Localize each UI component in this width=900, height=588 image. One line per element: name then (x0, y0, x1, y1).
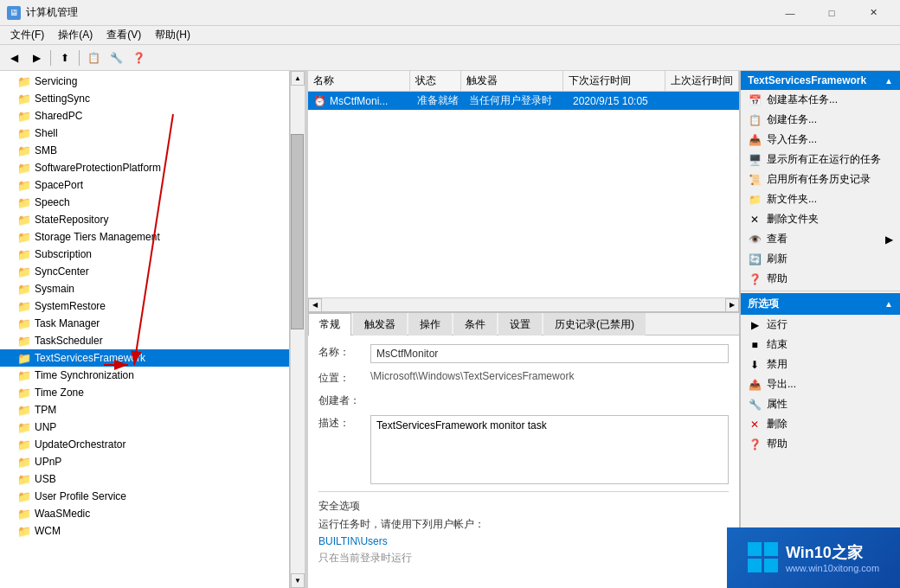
tree-item[interactable]: 📁UNP (0, 419, 289, 436)
tree-item[interactable]: 📁WCM (0, 522, 289, 540)
cell-status: 准备就绪 (412, 92, 464, 110)
right-action-帮助[interactable]: ❓ 帮助 (741, 269, 900, 289)
tab-触发器[interactable]: 触发器 (353, 313, 407, 336)
tree-item[interactable]: 📁SpacePort (0, 176, 289, 194)
center-h-scrollbar[interactable]: ◀ ▶ (308, 297, 739, 311)
collapse-arrow[interactable]: ▲ (884, 76, 893, 86)
folder-icon: 📁 (17, 144, 31, 157)
tree-item[interactable]: 📁Speech (0, 194, 289, 211)
tree-item[interactable]: 📁TPM (0, 401, 289, 419)
security-title: 安全选项 (318, 499, 729, 514)
action-icon: 📁 (748, 193, 762, 207)
name-field[interactable]: MsCtfMonitor (370, 344, 729, 363)
right-action-创建任务...[interactable]: 📋 创建任务... (741, 110, 900, 130)
scroll-down-button[interactable]: ▼ (291, 573, 305, 588)
table-row[interactable]: ⏰ MsCtfMoni... 准备就绪 当任何用户登录时 2020/9/15 1… (308, 92, 739, 111)
tree-item[interactable]: 📁USB (0, 470, 289, 488)
left-scrollbar[interactable]: ▲ ▼ (290, 71, 305, 588)
right-action-启用所有任务历史记录[interactable]: 📜 启用所有任务历史记录 (741, 169, 900, 189)
right-action-刷新[interactable]: 🔄 刷新 (741, 249, 900, 269)
right-action-导入任务...[interactable]: 📥 导入任务... (741, 130, 900, 150)
tab-历史记录(已禁用)[interactable]: 历史记录(已禁用) (543, 313, 646, 336)
name-value: MsCtfMonitor (370, 344, 729, 363)
folder-icon: 📁 (17, 369, 31, 382)
tree-item[interactable]: 📁Shell (0, 125, 289, 142)
desc-row: 描述： TextServicesFramework monitor task (318, 415, 729, 484)
show-hide-tree-button[interactable]: 📋 (83, 48, 104, 68)
tree-item[interactable]: 📁SharedPC (0, 107, 289, 125)
right-sub-action-删除[interactable]: ✕ 删除 (741, 414, 900, 434)
location-row: 位置： \Microsoft\Windows\TextServicesFrame… (318, 370, 729, 386)
tree-item[interactable]: 📁TaskScheduler (0, 332, 289, 349)
tree-item[interactable]: 📁Storage Tiers Management (0, 228, 289, 246)
up-button[interactable]: ⬆ (55, 48, 75, 68)
scroll-right-button[interactable]: ▶ (725, 298, 739, 312)
right-sub-action-属性[interactable]: 🔧 属性 (741, 394, 900, 414)
col-header-status[interactable]: 状态 (410, 71, 461, 91)
sub-action-icon: 🔧 (748, 398, 762, 412)
tab-条件[interactable]: 条件 (453, 313, 497, 336)
tree-item-label: SoftwareProtectionPlatform (35, 162, 161, 174)
col-header-trigger[interactable]: 触发器 (461, 71, 563, 91)
col-header-last-run[interactable]: 上次运行时间 (665, 71, 739, 91)
tab-常规[interactable]: 常规 (308, 313, 351, 336)
tree-item[interactable]: 📁Servicing (0, 73, 289, 90)
tree-item[interactable]: 📁User Profile Service (0, 488, 289, 505)
tree-item[interactable]: 📁Subscription (0, 246, 289, 263)
forward-button[interactable]: ▶ (26, 48, 47, 68)
action-icon: 📋 (748, 113, 762, 127)
tree-item[interactable]: 📁StateRepository (0, 211, 289, 228)
sub-action-label: 删除 (767, 417, 788, 431)
tree-item-label: SystemRestore (35, 300, 106, 312)
menu-file[interactable]: 文件(F) (3, 26, 51, 44)
menu-help[interactable]: 帮助(H) (148, 26, 197, 44)
right-action-创建基本任务...[interactable]: 📅 创建基本任务... (741, 90, 900, 110)
tree-view[interactable]: 📁Servicing📁SettingSync📁SharedPC📁Shell📁SM… (0, 71, 289, 588)
tree-item[interactable]: 📁UpdateOrchestrator (0, 436, 289, 453)
right-sub-action-运行[interactable]: ▶ 运行 (741, 315, 900, 335)
tree-item[interactable]: 📁Task Manager (0, 315, 289, 332)
tab-设置[interactable]: 设置 (498, 313, 542, 336)
tree-item[interactable]: 📁Time Zone (0, 384, 289, 401)
tree-item[interactable]: 📁TextServicesFramework (0, 349, 289, 367)
scroll-left-button[interactable]: ◀ (308, 298, 322, 312)
tree-item[interactable]: 📁SystemRestore (0, 297, 289, 315)
right-action-新文件夹...[interactable]: 📁 新文件夹... (741, 189, 900, 209)
tree-item[interactable]: 📁Sysmain (0, 280, 289, 297)
right-sub-action-帮助[interactable]: ❓ 帮助 (741, 434, 900, 454)
folder-icon: 📁 (17, 196, 31, 209)
tree-item[interactable]: 📁SettingSync (0, 90, 289, 107)
tree-item[interactable]: 📁UPnP (0, 453, 289, 470)
minimize-button[interactable]: — (770, 0, 810, 26)
close-button[interactable]: ✕ (853, 0, 893, 26)
properties-button[interactable]: 🔧 (106, 48, 126, 68)
scroll-track (291, 86, 305, 573)
right-action-查看[interactable]: 👁️ 查看 ▶ (741, 229, 900, 249)
back-button[interactable]: ◀ (3, 48, 24, 68)
tree-item[interactable]: 📁Time Synchronization (0, 367, 289, 384)
menu-view[interactable]: 查看(V) (100, 26, 148, 44)
center-panel: 名称 状态 触发器 下次运行时间 上次运行时间 ⏰ MsCtfMoni... 准… (308, 71, 740, 588)
right-sub-action-结束[interactable]: ■ 结束 (741, 335, 900, 355)
tab-操作[interactable]: 操作 (408, 313, 452, 336)
right-sub-action-禁用[interactable]: ⬇ 禁用 (741, 355, 900, 374)
tree-item[interactable]: 📁SyncCenter (0, 263, 289, 280)
col-header-name[interactable]: 名称 (308, 71, 410, 91)
right-action-显示所有正在运行的任务[interactable]: 🖥️ 显示所有正在运行的任务 (741, 150, 900, 169)
folder-icon: 📁 (17, 265, 31, 278)
tree-item[interactable]: 📁SMB (0, 142, 289, 159)
col-header-next-run[interactable]: 下次运行时间 (563, 71, 665, 91)
scroll-up-button[interactable]: ▲ (291, 71, 305, 86)
menu-action[interactable]: 操作(A) (51, 26, 100, 44)
scroll-thumb[interactable] (291, 134, 304, 329)
tree-item[interactable]: 📁WaaSMedic (0, 505, 289, 522)
right-sub-action-导出...[interactable]: 📤 导出... (741, 374, 900, 394)
right-action-删除文件夹[interactable]: ✕ 删除文件夹 (741, 209, 900, 229)
location-value: \Microsoft\Windows\TextServicesFramework (370, 370, 729, 382)
desc-field[interactable]: TextServicesFramework monitor task (370, 415, 729, 484)
tree-item[interactable]: 📁SoftwareProtectionPlatform (0, 159, 289, 176)
folder-icon: 📁 (17, 127, 31, 140)
maximize-button[interactable]: □ (812, 0, 852, 26)
help-button[interactable]: ❓ (128, 48, 149, 68)
sub-collapse-arrow[interactable]: ▲ (884, 299, 893, 309)
